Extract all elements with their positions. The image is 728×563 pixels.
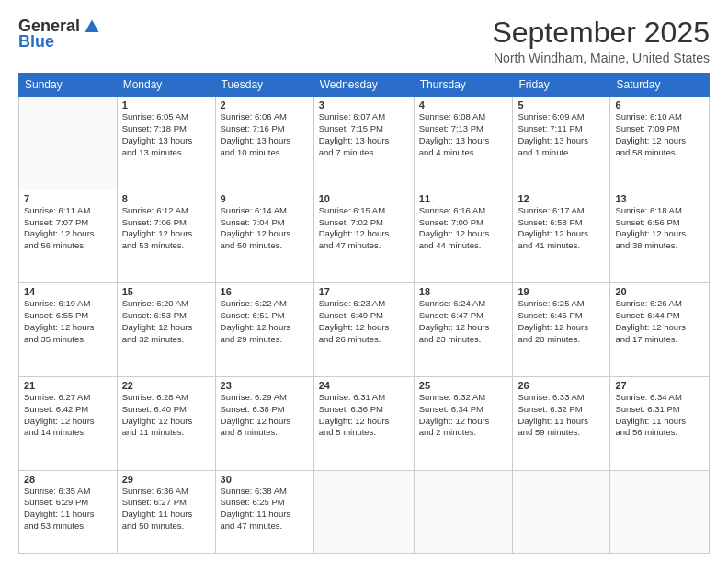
table-row: 24Sunrise: 6:31 AMSunset: 6:36 PMDayligh… <box>313 376 414 470</box>
day-number: 25 <box>419 380 508 391</box>
day-info: Sunrise: 6:33 AMSunset: 6:32 PMDaylight:… <box>518 392 605 439</box>
day-number: 8 <box>122 193 210 204</box>
table-row: 29Sunrise: 6:36 AMSunset: 6:27 PMDayligh… <box>117 470 215 554</box>
day-number: 17 <box>319 286 409 297</box>
col-tuesday: Tuesday <box>215 74 313 97</box>
day-number: 5 <box>518 99 605 110</box>
day-info: Sunrise: 6:36 AMSunset: 6:27 PMDaylight:… <box>122 486 210 533</box>
day-info: Sunrise: 6:28 AMSunset: 6:40 PMDaylight:… <box>122 392 210 439</box>
table-row: 15Sunrise: 6:20 AMSunset: 6:53 PMDayligh… <box>117 283 215 377</box>
day-number: 6 <box>615 99 704 110</box>
logo-icon <box>84 18 100 35</box>
day-number: 18 <box>419 286 508 297</box>
day-info: Sunrise: 6:18 AMSunset: 6:56 PMDaylight:… <box>615 205 704 252</box>
table-row: 2Sunrise: 6:06 AMSunset: 7:16 PMDaylight… <box>215 97 313 190</box>
day-info: Sunrise: 6:38 AMSunset: 6:25 PMDaylight:… <box>221 486 309 533</box>
table-row: 28Sunrise: 6:35 AMSunset: 6:29 PMDayligh… <box>19 470 118 554</box>
day-info: Sunrise: 6:20 AMSunset: 6:53 PMDaylight:… <box>122 298 210 345</box>
table-row: 18Sunrise: 6:24 AMSunset: 6:47 PMDayligh… <box>414 283 513 377</box>
table-row: 8Sunrise: 6:12 AMSunset: 7:06 PMDaylight… <box>117 190 215 283</box>
subtitle: North Windham, Maine, United States <box>492 51 710 65</box>
col-sunday: Sunday <box>19 74 118 97</box>
table-row: 26Sunrise: 6:33 AMSunset: 6:32 PMDayligh… <box>513 376 610 470</box>
day-info: Sunrise: 6:08 AMSunset: 7:13 PMDaylight:… <box>419 111 508 158</box>
day-info: Sunrise: 6:07 AMSunset: 7:15 PMDaylight:… <box>319 111 409 158</box>
table-row: 17Sunrise: 6:23 AMSunset: 6:49 PMDayligh… <box>313 283 414 377</box>
day-number: 21 <box>24 380 112 391</box>
table-row: 27Sunrise: 6:34 AMSunset: 6:31 PMDayligh… <box>610 376 710 470</box>
day-number: 9 <box>221 193 309 204</box>
table-row: 16Sunrise: 6:22 AMSunset: 6:51 PMDayligh… <box>215 283 313 377</box>
table-row: 10Sunrise: 6:15 AMSunset: 7:02 PMDayligh… <box>313 190 414 283</box>
day-info: Sunrise: 6:11 AMSunset: 7:07 PMDaylight:… <box>24 205 112 252</box>
table-row: 6Sunrise: 6:10 AMSunset: 7:09 PMDaylight… <box>610 97 710 190</box>
day-info: Sunrise: 6:29 AMSunset: 6:38 PMDaylight:… <box>221 392 309 439</box>
day-info: Sunrise: 6:26 AMSunset: 6:44 PMDaylight:… <box>615 298 704 345</box>
day-info: Sunrise: 6:06 AMSunset: 7:16 PMDaylight:… <box>221 111 309 158</box>
col-wednesday: Wednesday <box>313 74 414 97</box>
day-number: 4 <box>419 99 508 110</box>
col-thursday: Thursday <box>414 74 513 97</box>
day-number: 16 <box>221 286 309 297</box>
table-row: 1Sunrise: 6:05 AMSunset: 7:18 PMDaylight… <box>117 97 215 190</box>
day-number: 30 <box>221 474 309 485</box>
day-number: 20 <box>615 286 704 297</box>
day-number: 7 <box>24 193 112 204</box>
header: General Blue September 2025 North Windha… <box>18 17 710 65</box>
day-info: Sunrise: 6:16 AMSunset: 7:00 PMDaylight:… <box>419 205 508 252</box>
col-saturday: Saturday <box>610 74 710 97</box>
svg-marker-0 <box>85 19 99 32</box>
day-number: 1 <box>122 99 210 110</box>
table-row <box>610 470 710 554</box>
day-number: 27 <box>615 380 704 391</box>
table-row: 22Sunrise: 6:28 AMSunset: 6:40 PMDayligh… <box>117 376 215 470</box>
day-info: Sunrise: 6:15 AMSunset: 7:02 PMDaylight:… <box>319 205 409 252</box>
table-row: 20Sunrise: 6:26 AMSunset: 6:44 PMDayligh… <box>610 283 710 377</box>
day-number: 28 <box>24 474 112 485</box>
day-number: 15 <box>122 286 210 297</box>
table-row: 7Sunrise: 6:11 AMSunset: 7:07 PMDaylight… <box>19 190 118 283</box>
day-info: Sunrise: 6:10 AMSunset: 7:09 PMDaylight:… <box>615 111 704 158</box>
table-row: 11Sunrise: 6:16 AMSunset: 7:00 PMDayligh… <box>414 190 513 283</box>
table-row: 19Sunrise: 6:25 AMSunset: 6:45 PMDayligh… <box>513 283 610 377</box>
day-number: 13 <box>615 193 704 204</box>
day-number: 10 <box>319 193 409 204</box>
calendar: Sunday Monday Tuesday Wednesday Thursday… <box>18 73 710 554</box>
day-number: 3 <box>319 99 409 110</box>
table-row: 21Sunrise: 6:27 AMSunset: 6:42 PMDayligh… <box>19 376 118 470</box>
table-row: 25Sunrise: 6:32 AMSunset: 6:34 PMDayligh… <box>414 376 513 470</box>
table-row <box>19 97 118 190</box>
day-number: 29 <box>122 474 210 485</box>
day-info: Sunrise: 6:09 AMSunset: 7:11 PMDaylight:… <box>518 111 605 158</box>
day-number: 14 <box>24 286 112 297</box>
col-monday: Monday <box>117 74 215 97</box>
table-row: 9Sunrise: 6:14 AMSunset: 7:04 PMDaylight… <box>215 190 313 283</box>
day-number: 2 <box>221 99 309 110</box>
day-number: 22 <box>122 380 210 391</box>
title-block: September 2025 North Windham, Maine, Uni… <box>492 17 710 65</box>
day-info: Sunrise: 6:25 AMSunset: 6:45 PMDaylight:… <box>518 298 605 345</box>
table-row: 12Sunrise: 6:17 AMSunset: 6:58 PMDayligh… <box>513 190 610 283</box>
day-info: Sunrise: 6:05 AMSunset: 7:18 PMDaylight:… <box>122 111 210 158</box>
calendar-header-row: Sunday Monday Tuesday Wednesday Thursday… <box>19 74 710 97</box>
day-info: Sunrise: 6:22 AMSunset: 6:51 PMDaylight:… <box>221 298 309 345</box>
logo-blue: Blue <box>18 32 54 52</box>
table-row: 30Sunrise: 6:38 AMSunset: 6:25 PMDayligh… <box>215 470 313 554</box>
day-number: 19 <box>518 286 605 297</box>
table-row <box>513 470 610 554</box>
day-number: 11 <box>419 193 508 204</box>
col-friday: Friday <box>513 74 610 97</box>
day-number: 12 <box>518 193 605 204</box>
day-info: Sunrise: 6:31 AMSunset: 6:36 PMDaylight:… <box>319 392 409 439</box>
day-info: Sunrise: 6:27 AMSunset: 6:42 PMDaylight:… <box>24 392 112 439</box>
table-row: 4Sunrise: 6:08 AMSunset: 7:13 PMDaylight… <box>414 97 513 190</box>
table-row: 13Sunrise: 6:18 AMSunset: 6:56 PMDayligh… <box>610 190 710 283</box>
day-number: 26 <box>518 380 605 391</box>
day-info: Sunrise: 6:34 AMSunset: 6:31 PMDaylight:… <box>615 392 704 439</box>
day-number: 24 <box>319 380 409 391</box>
day-info: Sunrise: 6:19 AMSunset: 6:55 PMDaylight:… <box>24 298 112 345</box>
table-row: 14Sunrise: 6:19 AMSunset: 6:55 PMDayligh… <box>19 283 118 377</box>
day-info: Sunrise: 6:17 AMSunset: 6:58 PMDaylight:… <box>518 205 605 252</box>
table-row: 5Sunrise: 6:09 AMSunset: 7:11 PMDaylight… <box>513 97 610 190</box>
table-row: 3Sunrise: 6:07 AMSunset: 7:15 PMDaylight… <box>313 97 414 190</box>
